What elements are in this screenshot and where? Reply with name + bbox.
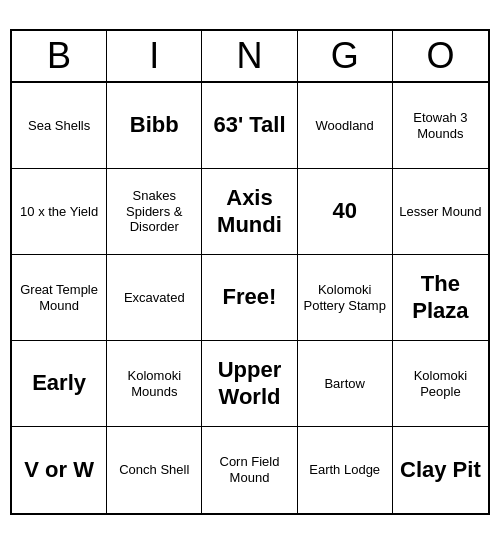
bingo-cell-11: Excavated xyxy=(107,255,202,341)
header-letter-i: I xyxy=(107,31,202,81)
header-letter-n: N xyxy=(202,31,297,81)
bingo-cell-18: Bartow xyxy=(298,341,393,427)
header-letter-g: G xyxy=(298,31,393,81)
bingo-header: BINGO xyxy=(12,31,488,83)
bingo-cell-12: Free! xyxy=(202,255,297,341)
bingo-cell-6: Snakes Spiders & Disorder xyxy=(107,169,202,255)
bingo-cell-0: Sea Shells xyxy=(12,83,107,169)
bingo-cell-16: Kolomoki Mounds xyxy=(107,341,202,427)
bingo-cell-1: Bibb xyxy=(107,83,202,169)
bingo-cell-14: The Plaza xyxy=(393,255,488,341)
bingo-cell-9: Lesser Mound xyxy=(393,169,488,255)
bingo-cell-10: Great Temple Mound xyxy=(12,255,107,341)
bingo-cell-15: Early xyxy=(12,341,107,427)
bingo-cell-24: Clay Pit xyxy=(393,427,488,513)
bingo-cell-3: Woodland xyxy=(298,83,393,169)
bingo-cell-2: 63' Tall xyxy=(202,83,297,169)
bingo-cell-4: Etowah 3 Mounds xyxy=(393,83,488,169)
bingo-cell-7: Axis Mundi xyxy=(202,169,297,255)
bingo-cell-19: Kolomoki People xyxy=(393,341,488,427)
bingo-cell-20: V or W xyxy=(12,427,107,513)
bingo-cell-8: 40 xyxy=(298,169,393,255)
header-letter-o: O xyxy=(393,31,488,81)
bingo-cell-21: Conch Shell xyxy=(107,427,202,513)
bingo-card: BINGO Sea ShellsBibb63' TallWoodlandEtow… xyxy=(10,29,490,515)
bingo-cell-23: Earth Lodge xyxy=(298,427,393,513)
bingo-cell-5: 10 x the Yield xyxy=(12,169,107,255)
header-letter-b: B xyxy=(12,31,107,81)
bingo-cell-13: Kolomoki Pottery Stamp xyxy=(298,255,393,341)
bingo-cell-22: Corn Field Mound xyxy=(202,427,297,513)
bingo-cell-17: Upper World xyxy=(202,341,297,427)
bingo-grid: Sea ShellsBibb63' TallWoodlandEtowah 3 M… xyxy=(12,83,488,513)
